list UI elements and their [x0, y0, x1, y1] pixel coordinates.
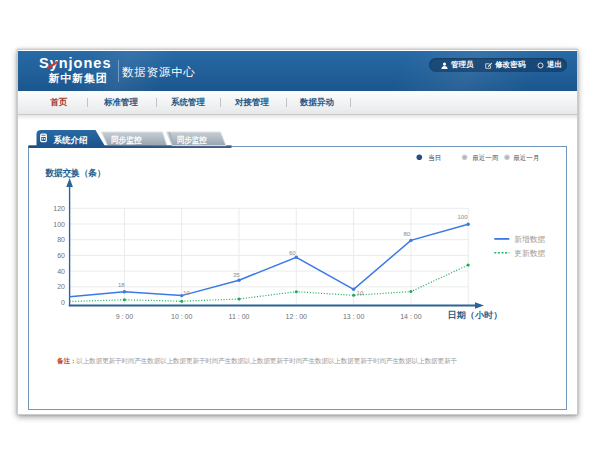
svg-text:35: 35	[233, 272, 240, 278]
svg-text:同步监控: 同步监控	[177, 135, 207, 145]
svg-text:100: 100	[458, 214, 469, 220]
svg-text:新增数据: 新增数据	[514, 235, 545, 244]
svg-text:10: 10	[357, 290, 364, 296]
svg-text:120: 120	[53, 205, 65, 212]
svg-text:同步监控: 同步监控	[111, 135, 142, 145]
svg-text:80: 80	[404, 231, 411, 237]
svg-text:系统介绍: 系统介绍	[53, 135, 89, 145]
svg-text:100: 100	[53, 221, 65, 228]
svg-text:40: 40	[57, 268, 65, 275]
svg-text:9 : 00: 9 : 00	[116, 313, 134, 320]
svg-text:10 : 00: 10 : 00	[171, 313, 193, 320]
svg-text:12 : 00: 12 : 00	[286, 313, 308, 320]
svg-text:60: 60	[57, 252, 65, 259]
svg-text:80: 80	[57, 236, 65, 243]
svg-text:0: 0	[61, 299, 65, 306]
svg-text:数据交换（条）: 数据交换（条）	[45, 168, 106, 178]
svg-text:13 : 00: 13 : 00	[343, 313, 365, 320]
svg-text:10: 10	[183, 290, 190, 296]
svg-text:11 : 00: 11 : 00	[229, 313, 250, 320]
svg-text:日期（小时）: 日期（小时）	[448, 310, 503, 320]
svg-text:20: 20	[57, 283, 65, 290]
svg-text:更新数据: 更新数据	[514, 249, 545, 258]
svg-text:18: 18	[118, 282, 125, 288]
svg-text:60: 60	[289, 250, 296, 256]
svg-text:14 : 00: 14 : 00	[400, 313, 422, 320]
